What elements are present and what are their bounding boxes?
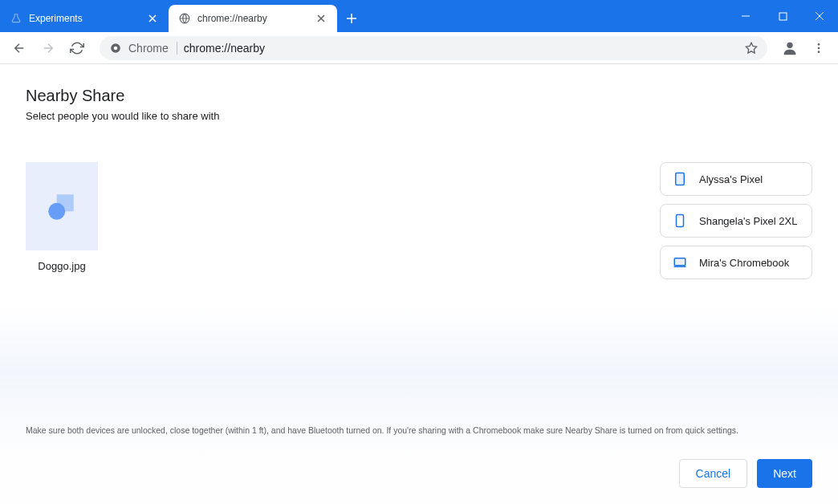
omnibox[interactable]: Chrome chrome://nearby [100,36,767,60]
device-card[interactable]: Shangela's Pixel 2XL [660,204,812,238]
svg-rect-13 [677,215,684,227]
svg-point-8 [818,51,820,53]
svg-rect-15 [674,258,685,266]
omnibox-url: chrome://nearby [184,42,738,55]
file-thumbnail[interactable] [26,162,98,250]
svg-point-6 [818,43,820,46]
phone-icon [672,171,688,187]
device-card[interactable]: Mira's Chromebook [660,246,812,279]
svg-rect-11 [676,173,685,185]
back-button[interactable] [6,35,32,61]
page-title: Nearby Share [26,87,812,105]
flask-icon [10,12,22,25]
tab-title: Experiments [29,13,83,24]
titlebar: Experiments chrome://nearby [0,0,838,32]
device-name: Shangela's Pixel 2XL [699,215,797,227]
tab-title: chrome://nearby [197,13,267,24]
svg-point-7 [818,47,820,49]
main-area: Doggo.jpg Alyssa's Pixel Shangela's Pixe… [26,162,812,425]
file-name: Doggo.jpg [38,260,85,272]
new-tab-button[interactable] [340,7,363,30]
image-icon [45,189,79,223]
svg-point-10 [48,203,65,220]
close-icon[interactable] [146,12,159,25]
page-subtitle: Select people you would like to share wi… [26,110,812,122]
device-name: Mira's Chromebook [699,257,789,269]
reload-button[interactable] [64,35,90,61]
phone-icon [672,213,688,229]
svg-point-3 [114,46,118,50]
next-button[interactable]: Next [757,459,812,488]
tab-experiments[interactable]: Experiments [0,5,169,32]
menu-button[interactable] [806,35,832,61]
help-text: Make sure both devices are unlocked, clo… [26,425,812,435]
maximize-button[interactable] [764,0,801,32]
laptop-icon [672,254,688,270]
tab-nearby[interactable]: chrome://nearby [169,5,337,32]
omnibox-secure-label: Chrome [128,42,177,55]
svg-point-5 [787,42,792,47]
svg-rect-1 [779,13,787,20]
action-bar: Cancel Next [26,459,812,488]
svg-marker-4 [746,43,756,53]
profile-button[interactable] [777,35,803,61]
chrome-icon [109,42,122,55]
file-preview: Doggo.jpg [26,162,98,425]
device-name: Alyssa's Pixel [699,173,763,185]
toolbar: Chrome chrome://nearby [0,32,838,64]
forward-button[interactable] [35,35,61,61]
devices-list: Alyssa's Pixel Shangela's Pixel 2XL Mira… [660,162,812,425]
cancel-button[interactable]: Cancel [679,459,748,488]
close-icon[interactable] [315,12,327,25]
bookmark-icon[interactable] [745,42,758,55]
window-controls [727,0,838,32]
minimize-button[interactable] [727,0,764,32]
close-window-button[interactable] [801,0,838,32]
device-card[interactable]: Alyssa's Pixel [660,162,812,196]
content: Nearby Share Select people you would lik… [0,64,838,504]
globe-icon [178,12,191,25]
